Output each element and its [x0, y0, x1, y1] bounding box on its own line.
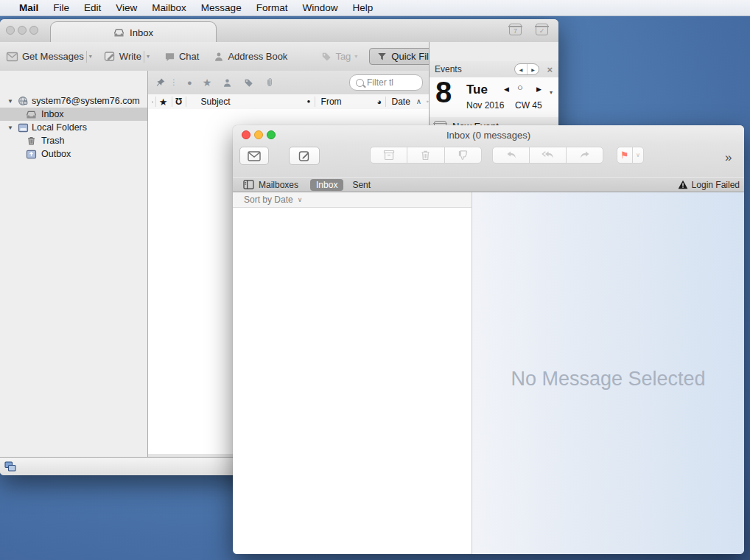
folder-row-local-folders[interactable]: ▼ Local Folders	[0, 121, 147, 134]
tb-tab-bar: Inbox 7 ✓	[0, 19, 558, 43]
filter-messages-input[interactable]: Filter tl	[349, 74, 423, 91]
archive-icon	[383, 150, 395, 161]
minimize-button[interactable]	[254, 130, 263, 139]
divider	[144, 51, 144, 63]
favorites-inbox-selected[interactable]: Inbox	[310, 179, 343, 191]
events-close-button[interactable]: ×	[547, 64, 553, 75]
inbox-tray-icon	[113, 28, 125, 38]
sort-ascending-icon[interactable]: ∧	[416, 98, 421, 105]
chat-button[interactable]: Chat	[164, 51, 199, 62]
menu-item-view[interactable]: View	[108, 2, 144, 13]
junk-column-icon[interactable]: ◕	[377, 98, 382, 106]
menu-item-mailbox[interactable]: Mailbox	[144, 2, 194, 13]
forward-arrow-icon	[579, 150, 591, 160]
trash-icon	[27, 136, 36, 146]
get-messages-dropdown[interactable]: ▾	[89, 53, 92, 60]
filter-attachment-icon[interactable]	[265, 77, 274, 88]
tag-dropdown[interactable]: ▾	[354, 53, 357, 60]
menu-item-message[interactable]: Message	[194, 2, 249, 13]
inbox-tray-icon	[26, 110, 37, 119]
mail-title-bar: Inbox (0 messages)	[233, 125, 744, 144]
menu-item-edit[interactable]: Edit	[77, 2, 108, 13]
archive-button[interactable]	[370, 147, 407, 164]
from-column-header[interactable]: From	[321, 97, 342, 107]
tb-folder-pane: ▼ system76@system76.com Inbox ▼	[0, 71, 148, 457]
menu-item-window[interactable]: Window	[295, 2, 345, 13]
folder-row-inbox[interactable]: Inbox	[0, 108, 147, 121]
events-prev-button[interactable]: ◀	[515, 64, 528, 74]
flag-dropdown-button[interactable]: ∨	[632, 147, 644, 164]
local-folders-icon	[18, 123, 29, 133]
menu-item-mail[interactable]: Mail	[12, 2, 46, 13]
delete-button[interactable]	[407, 147, 444, 164]
flag-button[interactable]: ⚑	[617, 147, 633, 164]
login-failed-status[interactable]: Login Failed	[678, 180, 740, 190]
day-dropdown-caret[interactable]: ▾	[550, 89, 553, 96]
network-status-icon	[4, 461, 17, 472]
thumbs-down-icon	[458, 150, 469, 161]
account-label: system76@system76.com	[32, 96, 140, 106]
envelope-icon	[248, 151, 261, 161]
attachment-column-icon[interactable]: Ʊ	[175, 97, 183, 106]
reply-arrow-icon	[505, 150, 517, 160]
month-year-label: Nov 2016	[466, 100, 504, 111]
account-server-icon	[18, 96, 29, 107]
filter-tag-icon[interactable]	[244, 78, 253, 88]
login-failed-label: Login Failed	[692, 180, 740, 190]
folder-row-account[interactable]: ▼ system76@system76.com	[0, 94, 147, 108]
tree-caret-icon[interactable]: ▼	[6, 98, 15, 105]
events-nav-capsule: ◀ ▶	[514, 63, 539, 75]
zoom-button[interactable]	[267, 130, 276, 139]
inbox-label: Inbox	[41, 109, 64, 119]
events-day-header: 8 Tue ◀ ○ ▶ ▾ Nov 2016 CW 45	[430, 77, 558, 118]
toolbar-overflow-button[interactable]: »	[725, 150, 732, 165]
calendar-tab-button[interactable]: 7	[509, 24, 522, 35]
favorites-sent[interactable]: Sent	[352, 180, 371, 190]
filter-starred-icon[interactable]: ★	[203, 77, 212, 88]
close-button[interactable]	[242, 130, 250, 139]
menu-item-help[interactable]: Help	[345, 2, 380, 13]
menu-item-format[interactable]: Format	[249, 2, 295, 13]
quick-filter-bar: ⋮ ● ★ Filter tl	[148, 71, 429, 95]
mailboxes-button[interactable]: Mailboxes	[259, 180, 298, 190]
forward-button[interactable]	[566, 147, 603, 164]
tb-tab-inbox[interactable]: Inbox	[50, 21, 217, 43]
address-book-button[interactable]: Address Book	[214, 51, 287, 62]
write-dropdown[interactable]: ▾	[147, 53, 150, 60]
tb-minimize-button[interactable]	[18, 26, 27, 35]
message-list[interactable]	[233, 208, 472, 554]
pin-icon[interactable]	[155, 77, 166, 88]
day-next-button[interactable]: ▶	[536, 85, 542, 93]
tb-close-button[interactable]	[6, 26, 15, 35]
reply-all-button[interactable]	[529, 147, 567, 164]
tb-tab-label: Inbox	[130, 27, 153, 38]
day-prev-button[interactable]: ◀	[504, 85, 509, 93]
events-next-button[interactable]: ▶	[528, 64, 539, 74]
get-messages-button[interactable]: Get Messages	[6, 51, 84, 62]
reply-button[interactable]	[492, 147, 530, 164]
sort-by-date-header[interactable]: Sort by Date ∨	[233, 192, 472, 208]
thread-column-icon[interactable]	[152, 97, 154, 107]
outbox-icon	[26, 150, 37, 159]
junk-button[interactable]	[444, 147, 482, 164]
new-message-button[interactable]	[289, 147, 320, 165]
write-button[interactable]: Write	[104, 51, 141, 62]
subject-column-header[interactable]: Subject	[201, 97, 231, 107]
unread-column-icon[interactable]: ●	[307, 99, 311, 105]
folder-row-outbox[interactable]: Outbox	[0, 147, 147, 161]
menu-item-file[interactable]: File	[46, 2, 77, 13]
tasks-tab-button[interactable]: ✓	[536, 24, 548, 35]
person-icon	[214, 52, 224, 62]
get-mail-button[interactable]	[239, 147, 269, 165]
filter-unread-icon[interactable]: ●	[187, 79, 192, 87]
day-today-button[interactable]: ○	[517, 82, 523, 93]
tb-zoom-button[interactable]	[29, 26, 38, 35]
filter-contact-icon[interactable]	[222, 78, 232, 88]
warning-icon	[678, 180, 688, 189]
date-column-header[interactable]: Date	[391, 97, 410, 107]
folder-row-trash[interactable]: Trash	[0, 134, 147, 147]
funnel-icon	[377, 52, 387, 61]
star-column-icon[interactable]: ★	[159, 97, 168, 107]
tree-caret-icon[interactable]: ▼	[6, 125, 15, 131]
tag-button[interactable]: Tag ▾	[321, 51, 357, 62]
